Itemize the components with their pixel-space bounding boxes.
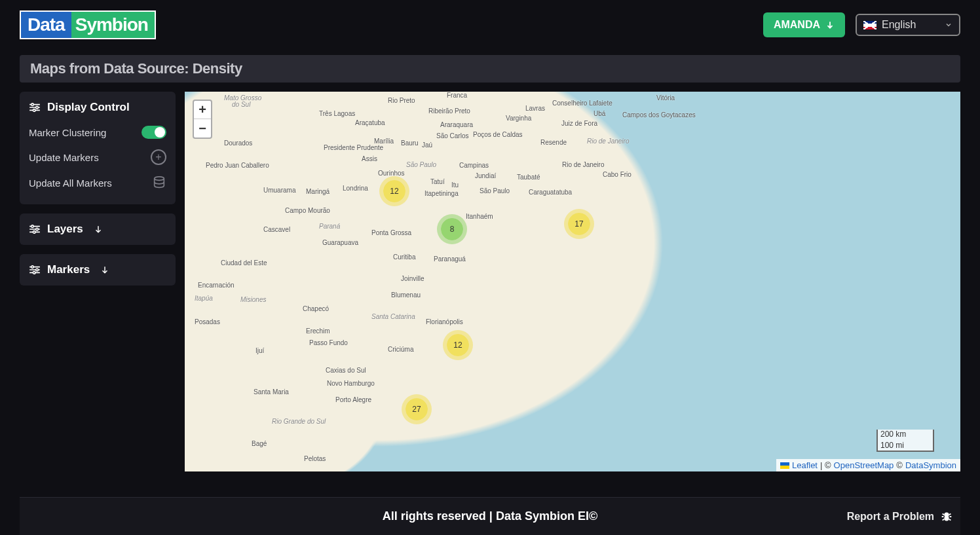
footer-text: All rights reserved | Data Symbion EI© <box>383 509 597 523</box>
marker-clustering-toggle[interactable] <box>141 126 166 139</box>
report-problem-button[interactable]: Report a Problem <box>847 509 954 524</box>
svg-point-4 <box>31 225 34 228</box>
chevron-down-icon <box>94 225 103 234</box>
uk-flag-icon <box>863 21 876 29</box>
display-control-panel: Display Control Marker Clustering Update… <box>20 92 176 204</box>
header: Data Symbion AMANDA English <box>0 0 980 46</box>
chevron-down-icon <box>945 21 952 29</box>
svg-point-3 <box>155 177 164 181</box>
markers-header[interactable]: Markers <box>29 263 166 276</box>
cluster-marker[interactable]: 12 <box>447 334 469 356</box>
layers-panel: Layers <box>20 213 176 245</box>
marker-clustering-label: Marker Clustering <box>29 127 106 138</box>
update-markers-label: Update Markers <box>29 152 99 163</box>
svg-rect-11 <box>944 516 949 521</box>
svg-point-9 <box>33 272 35 274</box>
logo-symbion: Symbion <box>71 10 156 39</box>
header-right: AMANDA English <box>763 12 960 37</box>
osm-link[interactable]: OpenStreetMap <box>834 460 894 470</box>
user-name: AMANDA <box>774 19 820 31</box>
svg-point-5 <box>36 228 39 231</box>
sidebar: Display Control Marker Clustering Update… <box>20 92 176 471</box>
update-all-markers-label: Update All Markers <box>29 177 112 189</box>
logo-data: Data <box>20 10 71 39</box>
marker-clustering-row: Marker Clustering <box>29 120 166 144</box>
layers-title: Layers <box>47 223 83 236</box>
update-markers-button[interactable]: + <box>151 149 166 165</box>
database-icon[interactable] <box>152 175 166 190</box>
markers-title: Markers <box>47 263 90 276</box>
display-control-header: Display Control <box>29 101 166 114</box>
footer: All rights reserved | Data Symbion EI© R… <box>20 497 960 535</box>
display-control-title: Display Control <box>47 101 130 114</box>
language-select[interactable]: English <box>856 14 960 36</box>
attr-sep: © <box>896 460 903 470</box>
scale-control: 200 km 100 mi <box>876 430 934 452</box>
update-all-markers-row: Update All Markers <box>29 170 166 195</box>
svg-point-2 <box>33 109 35 112</box>
datasymbion-link[interactable]: DataSymbion <box>905 460 956 470</box>
zoom-out-button[interactable]: − <box>194 119 211 138</box>
sliders-icon <box>29 103 41 112</box>
cluster-marker[interactable]: 27 <box>405 398 428 420</box>
cluster-marker[interactable]: 12 <box>383 180 405 202</box>
layers-header[interactable]: Layers <box>29 223 166 236</box>
page-title-bar: Maps from Data Source: Density <box>20 55 960 83</box>
map-tiles <box>185 92 960 471</box>
svg-point-7 <box>31 266 34 268</box>
svg-point-0 <box>31 103 34 106</box>
ukraine-flag-icon <box>780 462 789 469</box>
zoom-in-button[interactable]: + <box>194 101 211 119</box>
attr-sep: | © <box>820 460 831 470</box>
chevron-down-icon <box>100 265 109 274</box>
report-label: Report a Problem <box>847 511 934 523</box>
svg-point-8 <box>36 268 39 271</box>
scale-mi: 100 mi <box>876 441 934 452</box>
page-title: Maps from Data Source: Density <box>30 60 950 77</box>
svg-point-6 <box>33 231 35 234</box>
bug-icon <box>939 509 954 524</box>
markers-panel: Markers <box>20 254 176 286</box>
sliders-icon <box>29 225 41 234</box>
main: Display Control Marker Clustering Update… <box>0 83 980 471</box>
chevron-down-icon <box>825 20 835 29</box>
user-menu-button[interactable]: AMANDA <box>763 12 845 37</box>
svg-point-1 <box>36 106 39 109</box>
logo[interactable]: Data Symbion <box>20 10 156 39</box>
leaflet-link[interactable]: Leaflet <box>792 460 818 470</box>
sliders-icon <box>29 265 41 274</box>
cluster-marker[interactable]: 17 <box>568 213 590 235</box>
map-attribution: Leaflet | © OpenStreetMap © DataSymbion <box>776 459 960 471</box>
scale-km: 200 km <box>876 430 934 441</box>
zoom-control: + − <box>193 100 212 139</box>
cluster-marker[interactable]: 8 <box>441 218 463 240</box>
lang-label: English <box>882 19 939 31</box>
update-markers-row: Update Markers + <box>29 144 166 170</box>
map[interactable]: Mato Grossodo SulRio PretoFrancaTrês Lag… <box>185 92 960 471</box>
